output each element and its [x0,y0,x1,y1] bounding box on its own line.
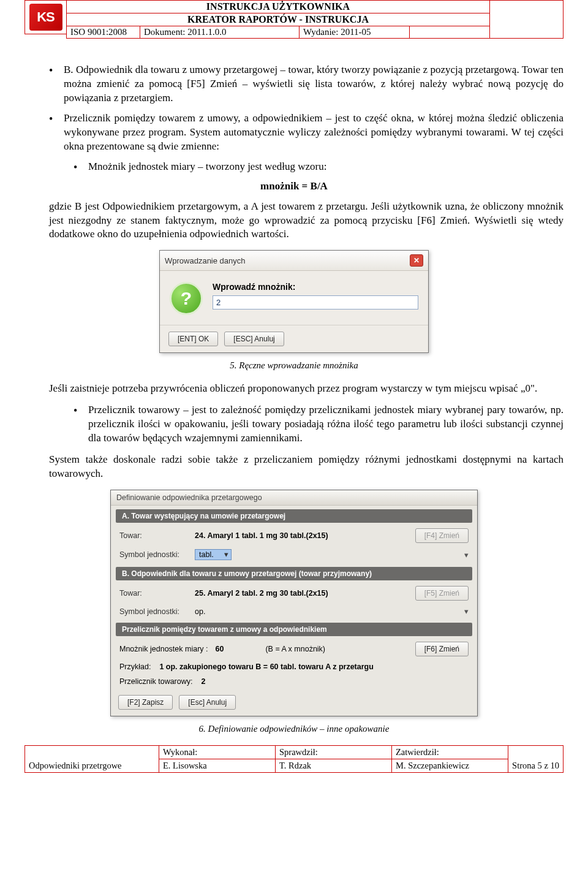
zapisz-button[interactable]: [F2] Zapisz [118,695,173,710]
section-b-header: B. Odpowiednik dla towaru z umowy przeta… [116,567,472,580]
f5-zmien-button[interactable]: [F5] Zmień [415,586,469,601]
symbol-a-select[interactable]: tabl. [195,549,232,560]
footer-sprawdzil-label: Sprawdził: [276,745,392,759]
chevron-down-icon[interactable]: ▾ [464,607,469,616]
przyklad-label: Przykład: [119,663,151,671]
footer-sprawdzil-value: T. Rdzak [276,759,392,773]
przelicznik-towarowy-value: 2 [201,677,205,686]
header-empty [410,26,489,38]
footer-c1-r1 [24,745,159,759]
header-wyd: Wydanie: 2011-05 [300,26,410,38]
ok-button[interactable]: [ENT] OK [168,332,218,346]
header-doc: Dokument: 2011.1.0.0 [140,26,300,38]
footer-zatwierdzil-value: M. Szczepankiewicz [392,759,508,773]
przelicznik-towarowy-label: Przelicznik towarowy: [119,677,192,686]
f4-zmien-button[interactable]: [F4] Zmień [415,528,469,543]
dialog-definiowanie: Definiowanie odpowiednika przetargowego … [110,490,478,716]
mnoznik-input[interactable] [213,295,418,309]
header-title-1: INSTRUKCJA UŻYTKOWNIKA [66,0,490,13]
towar-b-label: Towar: [119,589,190,598]
paragraph-gdzie: gdzie B jest Odpowiednikiem przetargowym… [49,200,564,242]
section-a-header: A. Towar występujący na umowie przetargo… [116,509,472,523]
chevron-down-icon[interactable]: ▾ [464,550,469,560]
cancel-button[interactable]: [ESC] Anuluj [224,332,284,346]
document-footer: Wykonał: Sprawdził: Zatwierdził: Odpowie… [24,745,564,773]
dialog-wprowadzanie: Wprowadzanie danych ✕ ? Wprowadź mnożnik… [159,250,429,353]
towar-b-value: 25. Amaryl 2 tabl. 2 mg 30 tabl.(2x15) [195,589,410,598]
footer-strona-r1 [508,745,564,759]
logo-box: KS [24,0,66,34]
footer-odpowiedniki: Odpowiedniki przetrgowe [24,759,159,773]
logo-text: KS [29,4,62,31]
symbol-b-label: Symbol jednostki: [119,607,190,616]
dialog1-label: Wprowadź mnożnik: [213,282,418,292]
caption-6: 6. Definiowanie odpowiedników – inne opa… [24,724,564,734]
przyklad-value: 1 op. zakupionego towaru B = 60 tabl. to… [159,663,373,671]
caption-5: 5. Ręczne wprowadzanie mnożnika [24,360,564,371]
formula: mnożnik = B/A [24,180,564,192]
f6-zmien-button[interactable]: [F6] Zmień [415,642,469,656]
footer-strona: Strona 5 z 10 [508,759,564,773]
symbol-b-value: op. [195,607,459,616]
paragraph-jesli: Jeśli zaistnieje potrzeba przywrócenia o… [49,382,564,396]
mnoznik-formula: (B = A x mnożnik) [265,645,325,653]
anuluj-button[interactable]: [Esc] Anuluj [179,695,236,710]
towar-a-label: Towar: [119,531,190,540]
subbullet-przelicznik-towarowy: Przelicznik towarowy – jest to zależność… [74,403,564,446]
symbol-a-label: Symbol jednostki: [119,550,190,559]
subbullet-mnoznik: Mnożnik jednostek miary – tworzony jest … [74,160,564,174]
mnoznik-label: Mnożnik jednostek miary : [119,645,208,653]
footer-zatwierdzil-label: Zatwierdził: [392,745,508,759]
bullet-przelicznik: Przelicznik pomiędzy towarem z umowy, a … [49,112,564,154]
question-icon: ? [170,282,203,315]
dialog2-title: Definiowanie odpowiednika przetargowego [111,490,477,506]
paragraph-system: System także doskonale radzi sobie także… [49,453,564,481]
close-icon[interactable]: ✕ [410,254,423,267]
footer-wykonal-label: Wykonał: [159,745,276,759]
bullet-b: B. Odpowiednik dla towaru z umowy przeta… [49,63,564,105]
header-iso: ISO 9001:2008 [67,26,140,38]
footer-wykonal-value: E. Lisowska [159,759,276,773]
section-c-header: Przelicznik pomiędzy towarem z umowy a o… [116,623,472,636]
header-side-box [490,0,564,39]
towar-a-value: 24. Amaryl 1 tabl. 1 mg 30 tabl.(2x15) [195,531,410,540]
document-header: KS INSTRUKCJA UŻYTKOWNIKA KREATOR RAPORT… [24,0,564,39]
dialog1-title: Wprowadzanie danych [165,256,246,265]
mnoznik-value: 60 [216,645,224,653]
header-title-2: KREATOR RAPORTÓW - INSTRUKCJA [66,13,490,26]
document-body: B. Odpowiednik dla towaru z umowy przeta… [24,63,564,734]
